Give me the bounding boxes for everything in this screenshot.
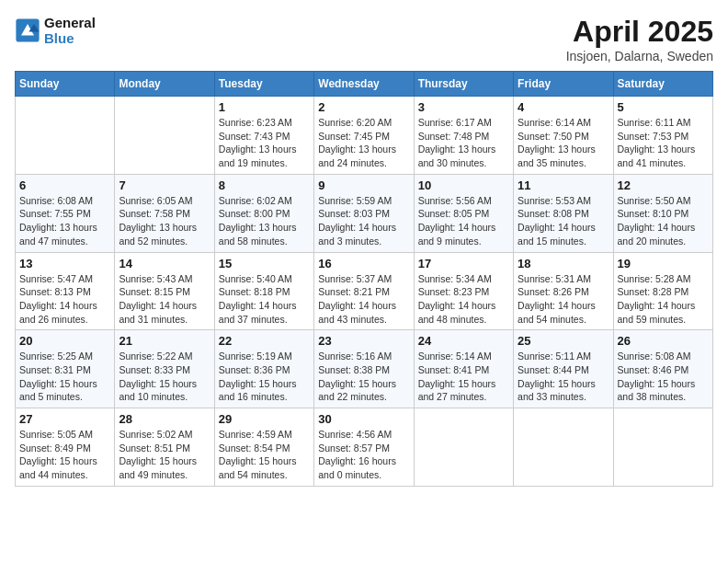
calendar-cell xyxy=(414,408,513,487)
calendar-week-3: 13Sunrise: 5:47 AM Sunset: 8:13 PM Dayli… xyxy=(16,252,713,330)
day-number: 6 xyxy=(19,178,110,192)
calendar-cell: 12Sunrise: 5:50 AM Sunset: 8:10 PM Dayli… xyxy=(613,174,712,252)
weekday-header-saturday: Saturday xyxy=(613,72,712,97)
day-info: Sunrise: 5:22 AM Sunset: 8:33 PM Dayligh… xyxy=(119,350,210,404)
calendar-cell: 21Sunrise: 5:22 AM Sunset: 8:33 PM Dayli… xyxy=(115,330,214,408)
calendar-cell: 16Sunrise: 5:37 AM Sunset: 8:21 PM Dayli… xyxy=(314,252,414,330)
day-info: Sunrise: 4:59 AM Sunset: 8:54 PM Dayligh… xyxy=(219,428,310,482)
calendar-cell: 28Sunrise: 5:02 AM Sunset: 8:51 PM Dayli… xyxy=(115,408,214,487)
weekday-header-tuesday: Tuesday xyxy=(214,72,313,97)
calendar-cell: 24Sunrise: 5:14 AM Sunset: 8:41 PM Dayli… xyxy=(414,330,513,408)
day-number: 15 xyxy=(219,257,310,270)
calendar-cell: 9Sunrise: 5:59 AM Sunset: 8:03 PM Daylig… xyxy=(314,174,414,252)
day-info: Sunrise: 5:31 AM Sunset: 8:26 PM Dayligh… xyxy=(518,272,609,327)
calendar-cell: 2Sunrise: 6:20 AM Sunset: 7:45 PM Daylig… xyxy=(314,97,414,175)
calendar-cell: 30Sunrise: 4:56 AM Sunset: 8:57 PM Dayli… xyxy=(314,408,414,487)
calendar-week-5: 27Sunrise: 5:05 AM Sunset: 8:49 PM Dayli… xyxy=(16,408,713,487)
day-number: 7 xyxy=(119,178,210,192)
day-number: 1 xyxy=(219,100,310,114)
calendar-cell: 19Sunrise: 5:28 AM Sunset: 8:28 PM Dayli… xyxy=(613,252,712,330)
day-info: Sunrise: 5:19 AM Sunset: 8:36 PM Dayligh… xyxy=(219,350,310,404)
calendar-cell: 29Sunrise: 4:59 AM Sunset: 8:54 PM Dayli… xyxy=(214,408,313,487)
calendar-cell: 26Sunrise: 5:08 AM Sunset: 8:46 PM Dayli… xyxy=(613,330,712,408)
day-info: Sunrise: 5:16 AM Sunset: 8:38 PM Dayligh… xyxy=(318,350,409,404)
title-block: April 2025 Insjoen, Dalarna, Sweden xyxy=(566,15,713,63)
day-info: Sunrise: 4:56 AM Sunset: 8:57 PM Dayligh… xyxy=(318,428,409,482)
day-info: Sunrise: 5:47 AM Sunset: 8:13 PM Dayligh… xyxy=(19,272,110,327)
calendar-cell xyxy=(514,408,613,487)
calendar-cell: 5Sunrise: 6:11 AM Sunset: 7:53 PM Daylig… xyxy=(613,97,712,175)
day-number: 25 xyxy=(518,334,609,348)
logo-line1: General xyxy=(44,15,96,30)
day-info: Sunrise: 5:37 AM Sunset: 8:21 PM Dayligh… xyxy=(318,272,409,327)
day-info: Sunrise: 5:40 AM Sunset: 8:18 PM Dayligh… xyxy=(219,272,310,327)
day-number: 2 xyxy=(318,100,409,114)
calendar-cell: 23Sunrise: 5:16 AM Sunset: 8:38 PM Dayli… xyxy=(314,330,414,408)
calendar-cell: 3Sunrise: 6:17 AM Sunset: 7:48 PM Daylig… xyxy=(414,97,513,175)
day-info: Sunrise: 6:17 AM Sunset: 7:48 PM Dayligh… xyxy=(418,116,509,170)
day-number: 27 xyxy=(19,412,110,426)
calendar-cell: 6Sunrise: 6:08 AM Sunset: 7:55 PM Daylig… xyxy=(16,174,115,252)
day-number: 24 xyxy=(418,334,509,348)
calendar-cell: 22Sunrise: 5:19 AM Sunset: 8:36 PM Dayli… xyxy=(214,330,313,408)
day-number: 21 xyxy=(119,334,210,348)
day-number: 11 xyxy=(518,178,609,192)
day-number: 19 xyxy=(618,257,709,270)
day-number: 12 xyxy=(618,178,709,192)
day-info: Sunrise: 5:28 AM Sunset: 8:28 PM Dayligh… xyxy=(618,272,709,327)
main-title: April 2025 xyxy=(566,15,713,49)
day-number: 5 xyxy=(618,100,709,114)
calendar-week-1: 1Sunrise: 6:23 AM Sunset: 7:43 PM Daylig… xyxy=(16,97,713,175)
calendar-cell xyxy=(613,408,712,487)
calendar-cell: 25Sunrise: 5:11 AM Sunset: 8:44 PM Dayli… xyxy=(514,330,613,408)
logo-line2: Blue xyxy=(44,30,96,46)
day-info: Sunrise: 6:05 AM Sunset: 7:58 PM Dayligh… xyxy=(119,194,210,248)
calendar-week-2: 6Sunrise: 6:08 AM Sunset: 7:55 PM Daylig… xyxy=(16,174,713,252)
day-info: Sunrise: 5:05 AM Sunset: 8:49 PM Dayligh… xyxy=(19,428,110,482)
calendar-cell xyxy=(115,97,214,175)
day-info: Sunrise: 5:50 AM Sunset: 8:10 PM Dayligh… xyxy=(618,194,709,248)
weekday-header-monday: Monday xyxy=(115,72,214,97)
calendar-body: 1Sunrise: 6:23 AM Sunset: 7:43 PM Daylig… xyxy=(16,97,713,487)
calendar-cell: 20Sunrise: 5:25 AM Sunset: 8:31 PM Dayli… xyxy=(16,330,115,408)
day-number: 16 xyxy=(318,257,409,270)
calendar-cell: 7Sunrise: 6:05 AM Sunset: 7:58 PM Daylig… xyxy=(115,174,214,252)
calendar-cell: 17Sunrise: 5:34 AM Sunset: 8:23 PM Dayli… xyxy=(414,252,513,330)
day-number: 13 xyxy=(19,257,110,270)
subtitle: Insjoen, Dalarna, Sweden xyxy=(566,49,713,63)
day-info: Sunrise: 6:08 AM Sunset: 7:55 PM Dayligh… xyxy=(19,194,110,248)
day-info: Sunrise: 5:25 AM Sunset: 8:31 PM Dayligh… xyxy=(19,350,110,404)
page-header: General Blue April 2025 Insjoen, Dalarna… xyxy=(15,15,713,63)
day-number: 29 xyxy=(219,412,310,426)
calendar-cell: 27Sunrise: 5:05 AM Sunset: 8:49 PM Dayli… xyxy=(16,408,115,487)
day-info: Sunrise: 5:34 AM Sunset: 8:23 PM Dayligh… xyxy=(418,272,509,327)
day-info: Sunrise: 5:43 AM Sunset: 8:15 PM Dayligh… xyxy=(119,272,210,327)
calendar-header: SundayMondayTuesdayWednesdayThursdayFrid… xyxy=(16,72,713,97)
weekday-header-wednesday: Wednesday xyxy=(314,72,414,97)
logo-icon xyxy=(15,17,40,43)
calendar-cell: 14Sunrise: 5:43 AM Sunset: 8:15 PM Dayli… xyxy=(115,252,214,330)
day-number: 3 xyxy=(418,100,509,114)
calendar-cell: 4Sunrise: 6:14 AM Sunset: 7:50 PM Daylig… xyxy=(514,97,613,175)
calendar-table: SundayMondayTuesdayWednesdayThursdayFrid… xyxy=(15,71,713,487)
day-info: Sunrise: 6:02 AM Sunset: 8:00 PM Dayligh… xyxy=(219,194,310,248)
day-number: 23 xyxy=(318,334,409,348)
calendar-cell: 13Sunrise: 5:47 AM Sunset: 8:13 PM Dayli… xyxy=(16,252,115,330)
day-number: 10 xyxy=(418,178,509,192)
calendar-cell: 18Sunrise: 5:31 AM Sunset: 8:26 PM Dayli… xyxy=(514,252,613,330)
calendar-cell: 10Sunrise: 5:56 AM Sunset: 8:05 PM Dayli… xyxy=(414,174,513,252)
day-info: Sunrise: 5:53 AM Sunset: 8:08 PM Dayligh… xyxy=(518,194,609,248)
calendar-cell: 11Sunrise: 5:53 AM Sunset: 8:08 PM Dayli… xyxy=(514,174,613,252)
logo: General Blue xyxy=(15,15,96,46)
day-number: 9 xyxy=(318,178,409,192)
calendar-cell xyxy=(16,97,115,175)
day-number: 22 xyxy=(219,334,310,348)
day-info: Sunrise: 6:23 AM Sunset: 7:43 PM Dayligh… xyxy=(219,116,310,170)
day-number: 20 xyxy=(19,334,110,348)
day-number: 17 xyxy=(418,257,509,270)
weekday-header-sunday: Sunday xyxy=(16,72,115,97)
weekday-header-friday: Friday xyxy=(514,72,613,97)
calendar-week-4: 20Sunrise: 5:25 AM Sunset: 8:31 PM Dayli… xyxy=(16,330,713,408)
day-number: 18 xyxy=(518,257,609,270)
day-info: Sunrise: 5:14 AM Sunset: 8:41 PM Dayligh… xyxy=(418,350,509,404)
